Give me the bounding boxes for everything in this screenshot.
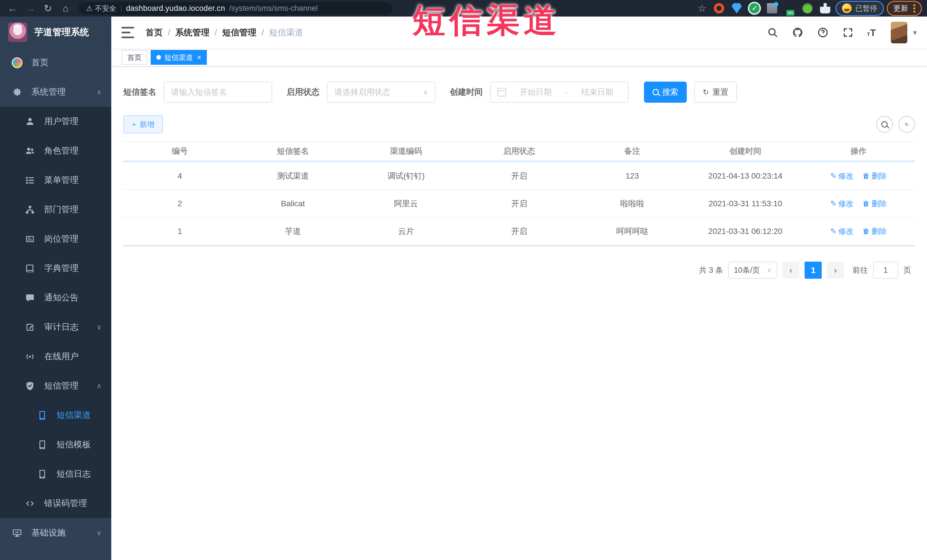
plus-icon: + <box>132 120 136 129</box>
toggle-search-button[interactable] <box>876 116 893 133</box>
next-page-button[interactable]: › <box>827 262 844 279</box>
extension-sprout-icon[interactable] <box>802 3 813 14</box>
site-security-warning[interactable]: ⚠ 不安全 <box>86 4 116 13</box>
phone-icon <box>36 440 48 450</box>
table-row[interactable]: 2 Balicat 阿里云 开启 啦啦啦 2021-03-31 11:53:10… <box>123 190 915 218</box>
sidebar-item-sms-template[interactable]: 短信模板 <box>0 430 111 459</box>
table-row[interactable]: 1 芋道 云片 开启 呵呵呵哒 2021-03-31 06:12:20 ✎修改 … <box>123 218 915 245</box>
paused-extension-chip[interactable]: 已暂停 <box>836 1 884 16</box>
sidebar-item-notice[interactable]: 通知公告 <box>0 283 111 313</box>
chevron-down-icon: ∨ <box>767 266 772 274</box>
code-icon <box>24 498 36 508</box>
sidebar-toggle-icon[interactable] <box>122 27 134 38</box>
edit-link[interactable]: ✎修改 <box>830 171 854 181</box>
url-host: dashboard.yudao.iocoder.cn <box>126 4 225 13</box>
reset-button[interactable]: ↻ 重置 <box>694 82 737 103</box>
sidebar-item-sms-management[interactable]: 短信管理 ∧ <box>0 371 111 401</box>
fullscreen-icon[interactable] <box>842 26 854 39</box>
chevron-up-icon: ∧ <box>96 382 102 390</box>
badge-icon <box>24 234 36 244</box>
sidebar-item-user-management[interactable]: 用户管理 <box>0 107 111 136</box>
sidebar-item-dept-management[interactable]: 部门管理 <box>0 195 111 224</box>
bookmark-star-icon[interactable]: ☆ <box>698 3 707 14</box>
chevron-up-icon: ∧ <box>96 88 102 96</box>
sidebar-item-home[interactable]: 首页 <box>0 48 111 77</box>
reset-icon: ↻ <box>703 88 709 97</box>
edit-icon: ✎ <box>830 199 837 208</box>
add-button[interactable]: + 新增 <box>123 115 163 134</box>
goto-label: 前往 <box>853 265 868 275</box>
extensions-puzzle-icon[interactable] <box>820 3 830 14</box>
sidebar-item-role-management[interactable]: 角色管理 <box>0 136 111 165</box>
tab-sms-channel[interactable]: 短信渠道 × <box>150 50 207 65</box>
user-menu[interactable]: ▾ <box>891 22 917 43</box>
browser-reload-icon[interactable]: ↻ <box>41 2 55 15</box>
sms-channel-table: 编号 短信签名 渠道编码 启用状态 备注 创建时间 操作 4 测试渠道 调试(钉… <box>123 141 915 247</box>
phone-icon <box>36 410 48 420</box>
tab-home[interactable]: 首页 <box>122 50 147 65</box>
table-row[interactable]: 4 测试渠道 调试(钉钉) 开启 123 2021-04-13 00:23:14… <box>123 162 915 190</box>
edit-link[interactable]: ✎修改 <box>830 199 854 209</box>
browser-home-icon[interactable]: ⌂ <box>58 2 73 15</box>
page-size-select[interactable]: 10条/页 ∨ <box>728 262 777 279</box>
sidebar-item-error-code[interactable]: 错误码管理 <box>0 489 111 518</box>
extension-green-check-icon[interactable] <box>749 3 760 14</box>
browser-back-icon[interactable]: ← <box>5 2 20 15</box>
search-icon <box>652 89 659 95</box>
table-bottom-strip <box>123 245 915 247</box>
search-icon[interactable] <box>766 26 779 39</box>
search-button[interactable]: 搜索 <box>644 82 687 103</box>
breadcrumb-sms[interactable]: 短信管理 <box>222 27 257 38</box>
sidebar-item-audit-log[interactable]: 审计日志 ∨ <box>0 313 111 342</box>
browser-forward-icon[interactable]: → <box>23 2 38 15</box>
refresh-table-button[interactable]: ↻ <box>898 116 915 133</box>
browser-menu-kebab-icon[interactable] <box>913 4 915 12</box>
goto-page-input[interactable]: 1 <box>873 262 898 279</box>
address-bar[interactable]: ⚠ 不安全 | dashboard.yudao.iocoder.cn /syst… <box>79 2 393 15</box>
sms-shield-icon <box>24 381 36 391</box>
sidebar-item-menu-management[interactable]: 菜单管理 <box>0 165 111 195</box>
browser-update-button[interactable]: 更新 <box>887 1 922 16</box>
sidebar-item-online-users[interactable]: 在线用户 <box>0 342 111 371</box>
breadcrumb-system[interactable]: 系统管理 <box>175 27 210 38</box>
delete-link[interactable]: 删除 <box>862 171 887 181</box>
extension-blue-pin-icon[interactable] <box>732 3 742 14</box>
table-toolbar: + 新增 ↻ <box>123 115 915 134</box>
extension-on-badge-icon[interactable] <box>785 3 795 14</box>
extension-orange-ring-icon[interactable] <box>714 3 724 14</box>
sidebar-item-post-management[interactable]: 岗位管理 <box>0 224 111 253</box>
close-tab-icon[interactable]: × <box>197 53 201 62</box>
edit-icon: ✎ <box>830 171 837 181</box>
edit-icon: ✎ <box>830 227 837 236</box>
date-range-picker[interactable]: 开始日期 - 结束日期 <box>490 82 629 103</box>
sidebar-item-system-management[interactable]: 系统管理 ∧ <box>0 77 111 107</box>
emoji-extension-icon <box>842 3 852 13</box>
prev-page-button[interactable]: ‹ <box>782 262 799 279</box>
sign-input[interactable]: 请输入短信签名 <box>164 82 272 103</box>
sidebar-item-sms-channel[interactable]: 短信渠道 <box>0 401 111 430</box>
github-icon[interactable] <box>792 26 804 39</box>
delete-link[interactable]: 删除 <box>862 226 887 237</box>
help-icon[interactable] <box>817 26 829 39</box>
book-icon <box>24 263 36 273</box>
extension-grid-icon[interactable] <box>767 3 777 14</box>
sidebar-item-infrastructure[interactable]: 基础设施 ∨ <box>0 518 111 548</box>
breadcrumb-home[interactable]: 首页 <box>146 27 163 38</box>
sidebar: 芋道管理系统 首页 系统管理 ∧ 用户管理 角色管理 菜单管理 <box>0 17 111 560</box>
edit-link[interactable]: ✎修改 <box>830 226 854 237</box>
status-select[interactable]: 请选择启用状态 ∨ <box>327 82 435 103</box>
search-form: 短信签名 请输入短信签名 启用状态 请选择启用状态 ∨ 创建时间 开始日期 - … <box>123 82 915 103</box>
app-logo-row[interactable]: 芋道管理系统 <box>0 17 111 48</box>
delete-link[interactable]: 删除 <box>862 199 887 209</box>
user-icon <box>24 116 36 127</box>
app-navbar: 首页 / 系统管理 / 短信管理 / 短信渠道 тT ▾ <box>111 17 927 49</box>
sidebar-item-dict-management[interactable]: 字典管理 <box>0 253 111 283</box>
warning-icon: ⚠ <box>86 4 93 12</box>
sidebar-item-sms-log[interactable]: 短信日志 <box>0 459 111 489</box>
page-number-button[interactable]: 1 <box>805 262 822 279</box>
end-date-input[interactable]: 结束日期 <box>573 87 621 97</box>
trash-icon <box>862 172 870 180</box>
start-date-input[interactable]: 开始日期 <box>512 87 559 97</box>
font-size-icon[interactable]: тT <box>867 27 876 38</box>
app-logo-image <box>8 23 27 42</box>
